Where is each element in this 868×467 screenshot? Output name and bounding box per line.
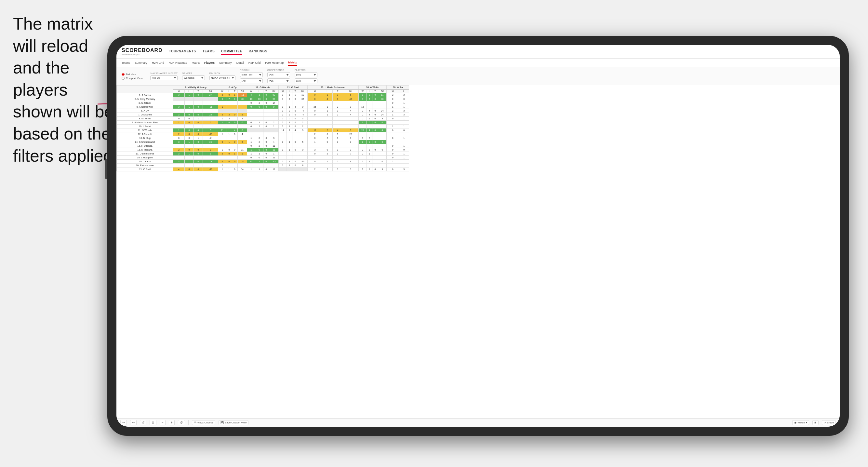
row-label: 16. K Mcgaha — [117, 148, 173, 152]
layout-button[interactable]: ⊞ — [812, 420, 818, 425]
gender-select[interactable]: Women's — [182, 75, 205, 80]
clock-icon: ⏱ — [180, 421, 183, 425]
save-custom-label: Save Custom View — [225, 421, 247, 424]
full-view-option[interactable]: Full View — [122, 73, 143, 76]
matrix-container: 2. M Kelly Mulcahy 6. A Dy 11. G Woods 2… — [117, 85, 840, 418]
table-row: 18. L Hodgson 00011 01 — [117, 155, 409, 159]
sub-w2: W — [218, 89, 226, 93]
subnav-summary1[interactable]: Summary — [135, 60, 148, 65]
players-select[interactable]: (All) — [294, 72, 317, 77]
col-header-schumac: 23. L Marie Schumac. — [308, 86, 359, 90]
view-icon: 👁 — [194, 421, 196, 424]
row-label: 1. J Garcia — [117, 93, 173, 97]
conference-label: Conference — [267, 69, 290, 71]
side-button — [105, 159, 107, 179]
redo-button[interactable]: ↪ — [130, 420, 136, 425]
subnav-matrix2[interactable]: Matrix — [288, 60, 297, 66]
row-label: 17. D Ballesteros — [117, 152, 173, 155]
sub-w7: W — [387, 89, 399, 93]
subnav-summary2[interactable]: Summary — [219, 60, 232, 65]
sub-dif4: Dif — [298, 89, 307, 93]
watch-chevron: ▾ — [806, 421, 807, 424]
region-filter: Region East - DII (All) — [240, 69, 263, 83]
subnav-matrix[interactable]: Matrix — [192, 60, 200, 65]
table-row: 7. O Mitchell 30018 2202 120-4 0104 0402… — [117, 113, 409, 117]
main-nav: TOURNAMENTS TEAMS COMMITTEE RANKINGS — [169, 48, 267, 55]
sub-dif1: Dif — [203, 89, 218, 93]
row-label: 19. J Karrh — [117, 159, 173, 163]
col-header-woods: 11. G Woods — [247, 86, 279, 90]
sub-t6: T — [372, 89, 378, 93]
table-row: 6. A Dy 120-4 0104 04024 23 — [117, 108, 409, 113]
view-original-button[interactable]: 👁 View: Original — [192, 420, 215, 425]
players-select2[interactable]: (All) — [294, 79, 317, 83]
sub-w6: W — [359, 89, 367, 93]
sub-dif5: Dif — [343, 89, 359, 93]
subnav-teams[interactable]: Teams — [122, 60, 130, 65]
sub-t2: T — [232, 89, 238, 93]
sub-nav: Teams Summary H2H Grid H2H Heatmap Matri… — [117, 59, 840, 67]
sub-t1: T — [193, 89, 203, 93]
sub-l3: L — [255, 89, 264, 93]
share-button[interactable]: ↗ Share — [822, 420, 836, 425]
view-options: Full View Compact View — [122, 73, 143, 80]
division-select[interactable]: NCAA Division II — [210, 75, 236, 80]
row-label: 6. A Dy — [117, 108, 173, 113]
sub-l7: L — [399, 89, 409, 93]
annotation-text: The matrix will reload and the players s… — [13, 13, 117, 167]
row-label: 11. G Woods — [117, 128, 173, 132]
region-select2[interactable]: (All) — [240, 79, 263, 83]
row-label: 9. A Maria Jimenez Rios — [117, 120, 173, 124]
refresh-button[interactable]: ↺ — [140, 420, 146, 425]
subnav-h2h-grid2[interactable]: H2H Grid — [248, 60, 261, 65]
subnav-detail[interactable]: Detail — [237, 60, 244, 65]
watch-button[interactable]: ◉ Watch ▾ — [792, 420, 809, 425]
player-header — [117, 86, 173, 93]
region-select[interactable]: East - DII — [240, 72, 263, 77]
settings-button[interactable]: ⚙ — [150, 420, 156, 425]
app-content: SCOREBOARD Powered by clippd TOURNAMENTS… — [117, 45, 840, 427]
row-label: 12. A Bianchi — [117, 132, 173, 136]
nav-committee[interactable]: COMMITTEE — [221, 48, 242, 55]
compact-view-option[interactable]: Compact View — [122, 77, 143, 80]
minus-button[interactable]: − — [160, 420, 165, 425]
nav-tournaments[interactable]: TOURNAMENTS — [169, 48, 196, 55]
max-players-select[interactable]: Top 25 — [150, 75, 177, 80]
row-label: 13. N Klug — [117, 136, 173, 140]
gender-label: Gender — [182, 72, 205, 74]
subnav-h2h-heatmap2[interactable]: H2H Heatmap — [265, 60, 284, 65]
row-label: 20. E Andersson — [117, 163, 173, 167]
subnav-h2h-heatmap[interactable]: H2H Heatmap — [169, 60, 187, 65]
compact-view-radio[interactable] — [122, 77, 125, 80]
row-label: 2. M Kelly Mulcahy — [117, 97, 173, 101]
save-icon: 💾 — [220, 421, 224, 424]
top-nav: SCOREBOARD Powered by clippd TOURNAMENTS… — [117, 45, 840, 59]
players-filter: Players (All) (All) — [294, 69, 317, 83]
gear-icon: ⚙ — [152, 421, 154, 425]
minus-icon: − — [162, 421, 163, 425]
full-view-radio[interactable] — [122, 73, 125, 76]
row-label: 15. H Stranda — [117, 144, 173, 148]
undo-button[interactable]: ↩ — [120, 420, 127, 425]
nav-rankings[interactable]: RANKINGS — [249, 48, 267, 55]
col-header-ady: 6. A Dy — [218, 86, 247, 90]
table-row: 8. M Torres 0010 132 1003 0108 01 — [117, 117, 409, 120]
conference-select[interactable]: (All) — [267, 72, 290, 77]
gender-filter: Gender Women's — [182, 72, 205, 80]
conference-select2[interactable]: (All) — [267, 79, 290, 83]
watch-icon: ◉ — [794, 421, 797, 424]
sub-l1: L — [184, 89, 193, 93]
subnav-h2h-grid[interactable]: H2H Grid — [152, 60, 164, 65]
region-label: Region — [240, 69, 263, 71]
save-custom-button[interactable]: 💾 Save Custom View — [219, 420, 248, 425]
share-label: Share — [827, 421, 834, 424]
plus-button[interactable]: + — [169, 420, 175, 425]
sub-l2: L — [226, 89, 232, 93]
sub-l4: L — [287, 89, 292, 93]
clock-button[interactable]: ⏱ — [178, 420, 185, 425]
nav-teams[interactable]: TEAMS — [203, 48, 215, 55]
subnav-players[interactable]: Players — [204, 60, 215, 65]
sub-w4: W — [279, 89, 287, 93]
toolbar-divider — [188, 420, 189, 425]
compact-view-label: Compact View — [126, 77, 143, 80]
